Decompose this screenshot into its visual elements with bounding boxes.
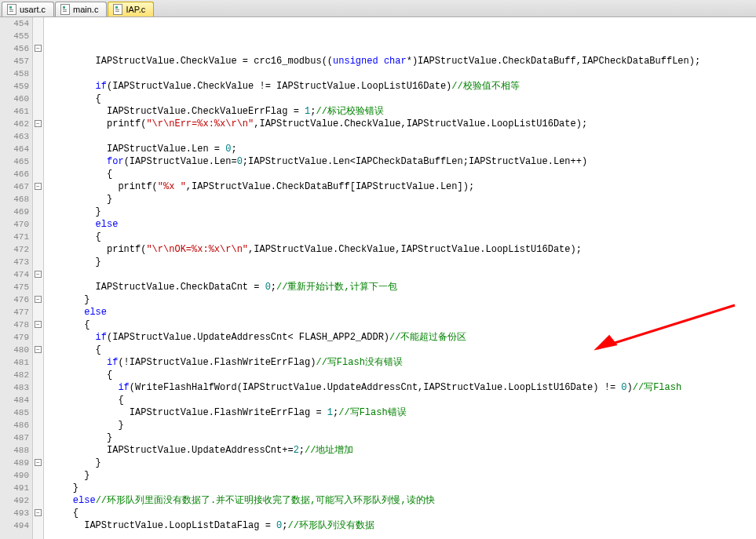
code-line[interactable] bbox=[50, 268, 756, 281]
line-number: 455 bbox=[0, 30, 29, 42]
line-number: 476 bbox=[0, 293, 29, 306]
code-line[interactable]: if(!IAPStructValue.FlashWriteErrFlag)//写… bbox=[50, 356, 756, 369]
fold-toggle[interactable]: − bbox=[35, 321, 42, 328]
tab-main[interactable]: main.c bbox=[55, 2, 107, 16]
line-number: 458 bbox=[0, 67, 29, 80]
line-number: 484 bbox=[0, 394, 29, 406]
code-editor[interactable]: 4544554564574584594604614624634644654664… bbox=[0, 17, 756, 539]
code-line[interactable]: } bbox=[50, 419, 756, 432]
fold-toggle[interactable]: − bbox=[35, 183, 42, 190]
code-line[interactable]: } bbox=[50, 432, 756, 444]
fold-toggle[interactable]: − bbox=[35, 346, 42, 353]
line-number: 467 bbox=[0, 180, 29, 193]
code-line[interactable]: } bbox=[50, 482, 756, 494]
line-number: 493 bbox=[0, 507, 29, 519]
code-area[interactable]: IAPStructValue.CheckValue = crc16_modbus… bbox=[44, 17, 756, 539]
code-line[interactable]: { bbox=[50, 369, 756, 381]
line-number: 456 bbox=[0, 42, 29, 55]
line-number: 487 bbox=[0, 432, 29, 444]
line-number: 480 bbox=[0, 344, 29, 356]
line-number: 463 bbox=[0, 130, 29, 143]
code-line[interactable] bbox=[50, 67, 756, 80]
tab-usart[interactable]: usart.c bbox=[2, 2, 54, 16]
line-number: 475 bbox=[0, 281, 29, 293]
line-number: 492 bbox=[0, 494, 29, 507]
line-number: 491 bbox=[0, 482, 29, 494]
code-line[interactable]: { bbox=[50, 394, 756, 406]
tab-label: usart.c bbox=[20, 5, 46, 14]
code-line[interactable]: } bbox=[50, 293, 756, 306]
code-line[interactable]: { bbox=[50, 168, 756, 180]
code-line[interactable]: { bbox=[50, 344, 756, 356]
code-line[interactable]: { bbox=[50, 507, 756, 519]
code-line[interactable]: else//环形队列里面没有数据了.并不证明接收完了数据,可能写入环形队列慢,读… bbox=[50, 494, 756, 507]
tab-bar: usart.c main.c IAP.c bbox=[0, 0, 756, 17]
line-number: 477 bbox=[0, 306, 29, 319]
line-number-gutter: 4544554564574584594604614624634644654664… bbox=[0, 17, 33, 539]
fold-toggle[interactable]: − bbox=[35, 45, 42, 52]
code-line[interactable] bbox=[50, 532, 756, 539]
code-line[interactable]: IAPStructValue.FlashWriteErrFlag = 1;//写… bbox=[50, 406, 756, 419]
code-line[interactable]: { bbox=[50, 93, 756, 105]
code-line[interactable]: IAPStructValue.UpdateAddressCnt+=2;//地址增… bbox=[50, 444, 756, 457]
code-line[interactable]: IAPStructValue.CheckDataCnt = 0;//重新开始计数… bbox=[50, 281, 756, 293]
line-number: 454 bbox=[0, 17, 29, 30]
code-line[interactable]: IAPStructValue.CheckValue = crc16_modbus… bbox=[50, 55, 756, 67]
code-line[interactable]: { bbox=[50, 319, 756, 331]
line-number: 478 bbox=[0, 319, 29, 331]
line-number: 481 bbox=[0, 356, 29, 369]
line-number: 470 bbox=[0, 218, 29, 231]
code-line[interactable] bbox=[50, 130, 756, 143]
code-line[interactable]: IAPStructValue.LoopListDataFlag = 0;//环形… bbox=[50, 519, 756, 532]
fold-toggle[interactable]: − bbox=[35, 296, 42, 303]
line-number: 472 bbox=[0, 243, 29, 256]
tab-label: IAP.c bbox=[126, 5, 145, 14]
tab-iap[interactable]: IAP.c bbox=[108, 2, 154, 16]
code-line[interactable]: IAPStructValue.CheckValueErrFlag = 1;//标… bbox=[50, 105, 756, 118]
code-line[interactable]: if(IAPStructValue.UpdateAddressCnt< FLAS… bbox=[50, 331, 756, 344]
line-number: 464 bbox=[0, 143, 29, 155]
file-icon bbox=[60, 4, 70, 15]
tab-label: main.c bbox=[73, 5, 98, 14]
code-line[interactable]: IAPStructValue.Len = 0; bbox=[50, 143, 756, 155]
line-number: 469 bbox=[0, 206, 29, 218]
fold-toggle[interactable]: − bbox=[35, 509, 42, 516]
code-line[interactable]: else bbox=[50, 218, 756, 231]
file-icon bbox=[113, 4, 122, 15]
code-line[interactable]: printf("\r\nOK=%x:%x\r\n",IAPStructValue… bbox=[50, 243, 756, 256]
line-number: 457 bbox=[0, 55, 29, 67]
fold-toggle[interactable]: − bbox=[35, 120, 42, 127]
fold-toggle[interactable]: − bbox=[35, 459, 42, 466]
line-number: 482 bbox=[0, 369, 29, 381]
code-line[interactable]: else bbox=[50, 306, 756, 319]
line-number: 485 bbox=[0, 406, 29, 419]
line-number: 471 bbox=[0, 231, 29, 243]
line-number: 466 bbox=[0, 168, 29, 180]
code-line[interactable]: for(IAPStructValue.Len=0;IAPStructValue.… bbox=[50, 155, 756, 168]
code-line[interactable]: if(WriteFlashHalfWord(IAPStructValue.Upd… bbox=[50, 381, 756, 394]
line-number: 489 bbox=[0, 457, 29, 469]
code-line[interactable]: { bbox=[50, 231, 756, 243]
file-icon bbox=[7, 4, 16, 15]
fold-gutter[interactable]: −−−−−−−−− bbox=[33, 17, 44, 539]
line-number: 494 bbox=[0, 519, 29, 532]
line-number: 486 bbox=[0, 419, 29, 432]
line-number: 468 bbox=[0, 193, 29, 206]
line-number: 490 bbox=[0, 469, 29, 482]
line-number: 459 bbox=[0, 80, 29, 93]
code-line[interactable]: printf("%x ",IAPStructValue.CheckDataBuf… bbox=[50, 180, 756, 193]
line-number: 474 bbox=[0, 268, 29, 281]
fold-toggle[interactable]: − bbox=[35, 271, 42, 278]
code-line[interactable]: } bbox=[50, 256, 756, 268]
line-number: 465 bbox=[0, 155, 29, 168]
code-line[interactable]: } bbox=[50, 193, 756, 206]
line-number: 488 bbox=[0, 444, 29, 457]
line-number: 483 bbox=[0, 381, 29, 394]
code-line[interactable]: } bbox=[50, 469, 756, 482]
line-number: 461 bbox=[0, 105, 29, 118]
line-number: 479 bbox=[0, 331, 29, 344]
code-line[interactable]: } bbox=[50, 206, 756, 218]
code-line[interactable]: printf("\r\nErr=%x:%x\r\n",IAPStructValu… bbox=[50, 118, 756, 130]
code-line[interactable]: } bbox=[50, 457, 756, 469]
code-line[interactable]: if(IAPStructValue.CheckValue != IAPStruc… bbox=[50, 80, 756, 93]
